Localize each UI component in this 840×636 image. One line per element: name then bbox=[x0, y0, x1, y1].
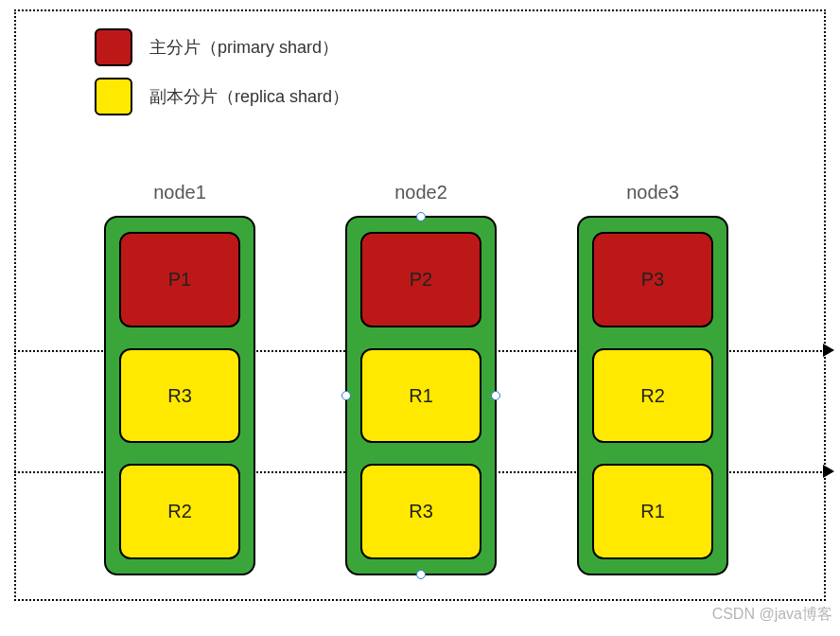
node1-replica-shard-a: R3 bbox=[119, 348, 240, 444]
node3-title: node3 bbox=[577, 182, 728, 203]
node2-title: node2 bbox=[345, 182, 497, 203]
node1-title: node1 bbox=[104, 182, 255, 203]
legend-primary-row: 主分片（primary shard） bbox=[95, 28, 349, 66]
arrow-head-2-icon bbox=[823, 465, 834, 478]
selection-handle-left-icon[interactable] bbox=[341, 391, 351, 400]
node1-replica-shard-b: R2 bbox=[119, 464, 240, 559]
node1-primary-shard: P1 bbox=[119, 232, 240, 327]
node2-replica-shard-b: R3 bbox=[360, 464, 481, 559]
primary-swatch-icon bbox=[95, 28, 132, 66]
selection-handle-bottom-icon[interactable] bbox=[416, 570, 426, 579]
legend-primary-label: 主分片（primary shard） bbox=[149, 36, 339, 59]
node2-primary-shard: P2 bbox=[360, 232, 481, 327]
watermark-text: CSDN @java博客 bbox=[712, 605, 832, 625]
selection-handle-top-icon[interactable] bbox=[416, 212, 426, 221]
node3-replica-shard-a: R2 bbox=[592, 348, 713, 444]
legend-replica-label: 副本分片（replica shard） bbox=[149, 85, 349, 108]
node3-primary-shard: P3 bbox=[592, 232, 713, 327]
node3-container: P3 R2 R1 bbox=[577, 216, 728, 575]
node2-replica-shard-a: R1 bbox=[360, 348, 481, 444]
node1-container: P1 R3 R2 bbox=[104, 216, 255, 575]
legend-replica-row: 副本分片（replica shard） bbox=[95, 78, 349, 115]
legend: 主分片（primary shard） 副本分片（replica shard） bbox=[95, 28, 349, 127]
node2-container[interactable]: P2 R1 R3 bbox=[345, 216, 497, 575]
node3-replica-shard-b: R1 bbox=[592, 464, 713, 559]
arrow-head-1-icon bbox=[823, 344, 834, 357]
replica-swatch-icon bbox=[95, 78, 132, 115]
selection-handle-right-icon[interactable] bbox=[491, 391, 500, 400]
